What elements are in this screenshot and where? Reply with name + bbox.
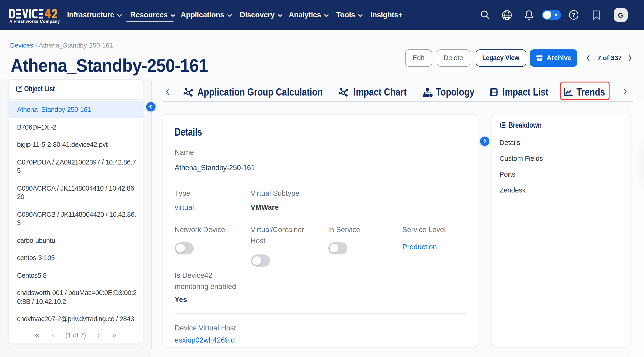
svg-text:?: ? (572, 12, 576, 19)
